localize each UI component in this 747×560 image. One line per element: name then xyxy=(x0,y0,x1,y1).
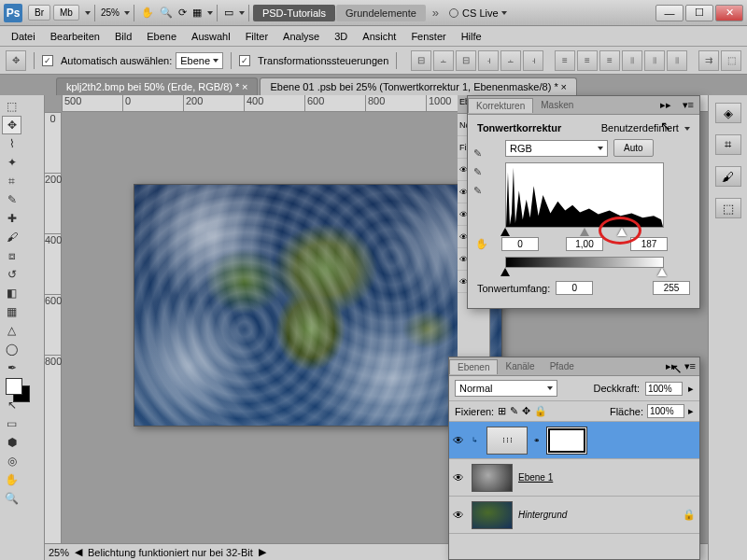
align-icon[interactable]: ⊟ xyxy=(411,50,431,71)
visibility-icon[interactable]: 👁 xyxy=(453,471,466,484)
stamp-tool-icon[interactable]: ⧈ xyxy=(2,246,21,265)
close-button[interactable]: ✕ xyxy=(715,5,743,21)
channel-dropdown[interactable]: RGB xyxy=(505,140,608,157)
heal-tool-icon[interactable]: ✚ xyxy=(2,209,21,228)
gradient-tool-icon[interactable]: ▦ xyxy=(2,302,21,321)
menu-auswahl[interactable]: Auswahl xyxy=(184,31,238,42)
shape-tool-icon[interactable]: ▭ xyxy=(2,414,21,433)
bridge-button[interactable]: Br xyxy=(28,5,50,21)
pen-tool-icon[interactable]: ✒ xyxy=(2,358,21,377)
menu-filter[interactable]: Filter xyxy=(238,31,275,42)
zoom-icon[interactable]: 🔍 xyxy=(160,7,173,19)
layer-name[interactable]: Hintergrund xyxy=(518,510,567,520)
nav-right-icon[interactable]: ▶ xyxy=(259,546,266,558)
nav-left-icon[interactable]: ◀ xyxy=(75,546,82,558)
marquee-tool-icon[interactable]: ⬚ xyxy=(2,97,21,116)
lasso-tool-icon[interactable]: ⌇ xyxy=(2,134,21,153)
adjustment-thumb-icon[interactable]: ⫶⫶⫶ xyxy=(486,427,528,455)
zoom-level[interactable]: 25% xyxy=(101,7,120,18)
eyedropper-tool-icon[interactable]: ✎ xyxy=(2,190,21,209)
layer-thumb[interactable] xyxy=(472,501,513,529)
align-icon[interactable]: ⫞ xyxy=(478,50,499,71)
workspace-tab[interactable]: PSD-Tutorials xyxy=(253,5,335,21)
blend-mode-dropdown[interactable]: Normal xyxy=(455,380,557,397)
chevron-icon[interactable]: ▸ xyxy=(688,405,694,417)
tab-masken[interactable]: Masken xyxy=(533,98,581,112)
distribute-icon[interactable]: ≡ xyxy=(555,50,575,71)
menu-bearbeiten[interactable]: Bearbeiten xyxy=(43,31,107,42)
history-brush-icon[interactable]: ↺ xyxy=(2,265,21,284)
blur-tool-icon[interactable]: △ xyxy=(2,321,21,340)
lock-position-icon[interactable]: ✥ xyxy=(522,405,530,417)
align-icon[interactable]: ⫞ xyxy=(523,50,543,71)
close-icon[interactable]: × xyxy=(242,81,247,92)
wand-tool-icon[interactable]: ✦ xyxy=(2,153,21,172)
swatches-dock-icon[interactable]: ⬚ xyxy=(715,198,741,218)
distribute-icon[interactable]: ⦀ xyxy=(644,50,665,71)
align-icon[interactable]: ⊟ xyxy=(456,50,476,71)
panel-menu-icon[interactable]: ▾≡ xyxy=(677,99,699,111)
output-slider[interactable] xyxy=(505,268,664,277)
close-icon[interactable]: × xyxy=(560,81,566,92)
layer-row[interactable]: 👁 Hintergrund 🔒 xyxy=(449,497,699,534)
foreground-color[interactable] xyxy=(6,378,22,395)
tab-kanaele[interactable]: Kanäle xyxy=(498,359,542,373)
menu-bild[interactable]: Bild xyxy=(107,31,139,42)
lock-paint-icon[interactable]: ✎ xyxy=(510,405,518,417)
layer-thumb[interactable] xyxy=(472,464,513,492)
chevron-down-icon[interactable] xyxy=(207,11,213,15)
3d-tool-icon[interactable]: ⬢ xyxy=(2,433,21,452)
brush-dock-icon[interactable]: 🖌 xyxy=(715,166,741,187)
crop-dock-icon[interactable]: ⌗ xyxy=(715,134,741,155)
chevron-down-icon[interactable] xyxy=(85,11,91,15)
output-white[interactable] xyxy=(653,281,690,295)
auto-button[interactable]: Auto xyxy=(613,139,654,157)
layers-dock-icon[interactable]: ◈ xyxy=(715,103,741,123)
white-point-handle[interactable] xyxy=(617,228,627,236)
minimize-button[interactable]: — xyxy=(655,5,684,21)
chevron-down-icon[interactable] xyxy=(124,11,130,15)
input-mid[interactable] xyxy=(566,237,603,251)
auto-align-icon[interactable]: ⇉ xyxy=(698,50,719,71)
tab-ebenen[interactable]: Ebenen xyxy=(449,359,498,374)
tab-korrekturen[interactable]: Korrekturen xyxy=(468,98,533,113)
auto-select-checkbox[interactable]: ✓ xyxy=(42,55,53,66)
eyedropper-gray-icon[interactable]: ✎ xyxy=(473,166,488,181)
chevron-down-icon[interactable] xyxy=(239,11,245,15)
auto-select-dropdown[interactable]: Ebene xyxy=(176,52,223,69)
distribute-icon[interactable]: ⦀ xyxy=(622,50,642,71)
eyedropper-white-icon[interactable]: ✎ xyxy=(473,185,488,200)
rotate-icon[interactable]: ⟳ xyxy=(178,7,187,19)
minibridge-button[interactable]: Mb xyxy=(53,5,79,21)
lock-all-icon[interactable]: 🔒 xyxy=(534,405,547,417)
double-chevron-icon[interactable]: ▸▸ xyxy=(655,99,677,111)
input-slider[interactable] xyxy=(505,228,664,237)
hand-icon[interactable]: ✋ xyxy=(141,7,154,19)
double-chevron-icon[interactable]: » xyxy=(432,6,439,20)
distribute-icon[interactable]: ⦀ xyxy=(667,50,687,71)
output-black-handle[interactable] xyxy=(500,268,510,276)
status-zoom[interactable]: 25% xyxy=(49,547,69,558)
menu-hilfe[interactable]: Hilfe xyxy=(454,31,489,42)
layer-row[interactable]: 👁 ↳ ⫶⫶⫶ ⚭ xyxy=(449,422,699,459)
mask-thumb[interactable] xyxy=(546,427,587,455)
preset-dropdown[interactable]: Benutzerdefiniert xyxy=(601,122,690,133)
screen-mode-icon[interactable]: ▭ xyxy=(224,7,233,19)
3d-icon[interactable]: ⬚ xyxy=(721,50,741,71)
menu-ansicht[interactable]: Ansicht xyxy=(355,31,403,42)
tab-pfade[interactable]: Pfade xyxy=(543,359,582,373)
hand-tool-icon[interactable]: ✋ xyxy=(2,470,21,489)
document-tab[interactable]: kplj2th2.bmp bei 50% (Erde, RGB/8) * × xyxy=(56,77,258,95)
brush-tool-icon[interactable]: 🖌 xyxy=(2,228,21,246)
layer-row[interactable]: 👁 Ebene 1 xyxy=(449,459,699,497)
3d-camera-icon[interactable]: ◎ xyxy=(2,452,21,470)
layer-name[interactable]: Ebene 1 xyxy=(518,472,553,483)
chevron-icon[interactable]: ▸ xyxy=(688,383,694,395)
align-icon[interactable]: ⫠ xyxy=(433,50,454,71)
output-black[interactable] xyxy=(556,281,593,295)
black-point-handle[interactable] xyxy=(500,228,510,236)
distribute-icon[interactable]: ≡ xyxy=(599,50,620,71)
link-icon[interactable]: ⚭ xyxy=(533,436,541,445)
cslive-button[interactable]: CS Live xyxy=(449,7,507,19)
menu-datei[interactable]: Datei xyxy=(4,31,43,42)
